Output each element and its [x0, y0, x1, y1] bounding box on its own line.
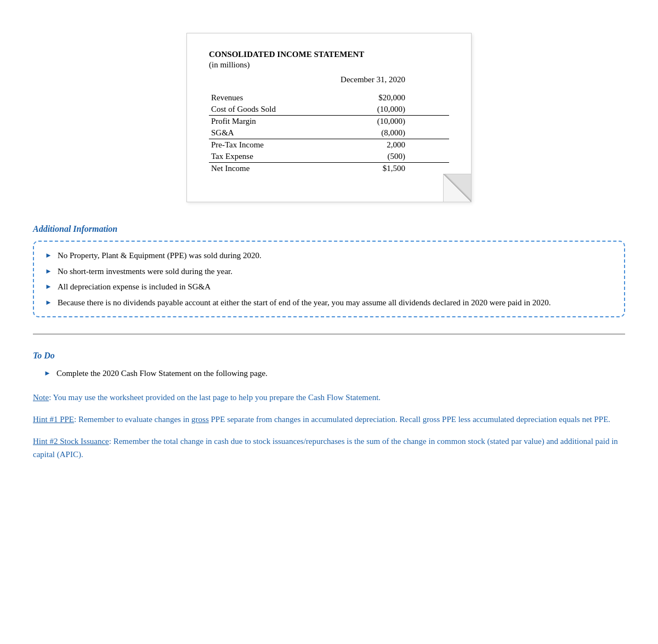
todo-text: Complete the 2020 Cash Flow Statement on… — [56, 367, 268, 380]
statement-table: Revenues$20,000Cost of Goods Sold(10,000… — [209, 92, 449, 174]
hint2-text: : Remember the total change in cash due … — [33, 437, 618, 459]
statement-date: December 31, 2020 — [209, 75, 449, 84]
row-value: (10,000) — [325, 116, 449, 128]
note-label: Note — [33, 393, 49, 402]
row-label: Profit Margin — [209, 116, 325, 128]
statement-row: Revenues$20,000 — [209, 92, 449, 104]
additional-info-section: Additional Information ►No Property, Pla… — [33, 224, 625, 317]
row-label: Revenues — [209, 92, 325, 104]
row-value: $1,500 — [325, 163, 449, 175]
additional-info-list: ►No Property, Plant & Equipment (PPE) wa… — [45, 249, 613, 309]
statement-row: SG&A(8,000) — [209, 127, 449, 139]
row-value: (10,000) — [325, 104, 449, 116]
hint2-label: Hint #2 Stock Issuance — [33, 437, 109, 446]
todo-arrow-icon: ► — [44, 368, 51, 379]
statement-title: CONSOLIDATED INCOME STATEMENT — [209, 50, 449, 59]
statement-row: Cost of Goods Sold(10,000) — [209, 104, 449, 116]
hint1-text: : Remember to evaluate changes in — [74, 415, 191, 424]
hint1-label: Hint #1 PPE — [33, 415, 74, 424]
statement-row: Tax Expense(500) — [209, 151, 449, 163]
statement-row: Pre-Tax Income2,000 — [209, 139, 449, 151]
additional-info-text: Because there is no dividends payable ac… — [58, 297, 551, 309]
additional-info-item: ►All depreciation expense is included in… — [45, 281, 613, 293]
row-label: Tax Expense — [209, 151, 325, 163]
statement-row: Profit Margin(10,000) — [209, 116, 449, 128]
bullet-arrow-icon: ► — [45, 281, 52, 292]
bullet-arrow-icon: ► — [45, 297, 52, 308]
row-label: SG&A — [209, 127, 325, 139]
todo-title: To Do — [33, 351, 625, 361]
row-label: Cost of Goods Sold — [209, 104, 325, 116]
section-divider — [33, 334, 625, 334]
additional-info-text: No Property, Plant & Equipment (PPE) was… — [58, 249, 262, 262]
bullet-arrow-icon: ► — [45, 266, 52, 277]
row-value: (500) — [325, 151, 449, 163]
hint2-section: Hint #2 Stock Issuance: Remember the tot… — [33, 435, 625, 461]
additional-info-text: No short-term investments were sold duri… — [58, 265, 232, 278]
income-statement-card: CONSOLIDATED INCOME STATEMENT (in millio… — [186, 33, 472, 202]
row-value: (8,000) — [325, 127, 449, 139]
row-label: Net Income — [209, 163, 325, 175]
hint1-section: Hint #1 PPE: Remember to evaluate change… — [33, 413, 625, 426]
note-section: Note: You may use the worksheet provided… — [33, 391, 625, 404]
additional-info-item: ►Because there is no dividends payable a… — [45, 297, 613, 309]
todo-section: To Do ► Complete the 2020 Cash Flow Stat… — [33, 351, 625, 380]
hint1-underlined: gross — [191, 415, 209, 424]
additional-info-item: ►No short-term investments were sold dur… — [45, 265, 613, 278]
additional-info-title: Additional Information — [33, 224, 625, 234]
bullet-arrow-icon: ► — [45, 250, 52, 261]
hint1-text2: PPE separate from changes in accumulated… — [209, 415, 610, 424]
additional-info-box: ►No Property, Plant & Equipment (PPE) wa… — [33, 241, 625, 317]
row-label: Pre-Tax Income — [209, 139, 325, 151]
statement-subtitle: (in millions) — [209, 60, 449, 70]
row-value: $20,000 — [325, 92, 449, 104]
row-value: 2,000 — [325, 139, 449, 151]
note-text: : You may use the worksheet provided on … — [49, 393, 381, 402]
additional-info-item: ►No Property, Plant & Equipment (PPE) wa… — [45, 249, 613, 262]
additional-info-text: All depreciation expense is included in … — [58, 281, 211, 293]
todo-item: ► Complete the 2020 Cash Flow Statement … — [44, 367, 625, 380]
statement-row: Net Income$1,500 — [209, 163, 449, 175]
